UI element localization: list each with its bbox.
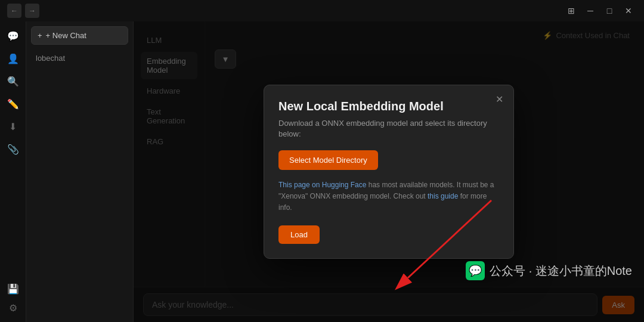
icon-sidebar: 💬 👤 🔍 ✏️ ⬇ 📎 💾 ⚙ <box>0 21 26 322</box>
forward-button[interactable]: → <box>25 4 39 18</box>
modal-dialog: ✕ New Local Embedding Model Download a O… <box>264 85 514 259</box>
modal-close-button[interactable]: ✕ <box>492 92 506 107</box>
sidebar-chat-icon[interactable]: 💬 <box>4 26 23 45</box>
modal-subtitle: Download a ONNX embedding model and sele… <box>278 118 499 140</box>
back-button[interactable]: ← <box>7 4 21 18</box>
titlebar: ← → ⊞ ─ □ ✕ <box>0 0 644 21</box>
app-container: 💬 👤 🔍 ✏️ ⬇ 📎 💾 ⚙ + + New Chat lobechat L… <box>0 21 644 322</box>
modal-title: New Local Embedding Model <box>278 100 499 113</box>
sidebar-download-icon[interactable]: ⬇ <box>4 117 23 136</box>
hugging-face-link[interactable]: This page on Hugging Face <box>278 181 366 189</box>
chat-sidebar: + + New Chat lobechat <box>26 21 134 322</box>
new-chat-label: + New Chat <box>46 31 86 40</box>
close-button[interactable]: ✕ <box>620 2 637 19</box>
grid-button[interactable]: ⊞ <box>563 2 580 19</box>
modal-info: This page on Hugging Face has most avail… <box>278 179 499 214</box>
modal-overlay[interactable]: ✕ New Local Embedding Model Download a O… <box>134 21 644 322</box>
new-chat-plus-icon: + <box>38 31 42 40</box>
sidebar-edit-icon[interactable]: ✏️ <box>4 94 23 113</box>
new-chat-button[interactable]: + + New Chat <box>31 26 128 45</box>
titlebar-nav: ← → <box>7 4 39 18</box>
load-button[interactable]: Load <box>278 225 320 244</box>
settings-area: LLM Embedding Model Hardware Text Genera… <box>134 21 644 322</box>
sidebar-avatar-icon[interactable]: 👤 <box>4 49 23 68</box>
maximize-button[interactable]: □ <box>601 2 618 19</box>
icon-sidebar-bottom: 💾 ⚙ <box>4 279 23 317</box>
sidebar-storage-icon[interactable]: 💾 <box>4 279 23 298</box>
select-dir-button[interactable]: Select Model Directory <box>278 150 378 170</box>
sidebar-settings-icon[interactable]: ⚙ <box>4 298 23 317</box>
sidebar-bookmark-icon[interactable]: 📎 <box>4 140 23 159</box>
minimize-button[interactable]: ─ <box>582 2 599 19</box>
sidebar-search-icon[interactable]: 🔍 <box>4 72 23 91</box>
titlebar-right: ⊞ ─ □ ✕ <box>563 2 637 19</box>
guide-link[interactable]: this guide <box>428 192 458 200</box>
titlebar-left: ← → <box>7 4 39 18</box>
chat-item-lobechat[interactable]: lobechat <box>31 49 128 67</box>
